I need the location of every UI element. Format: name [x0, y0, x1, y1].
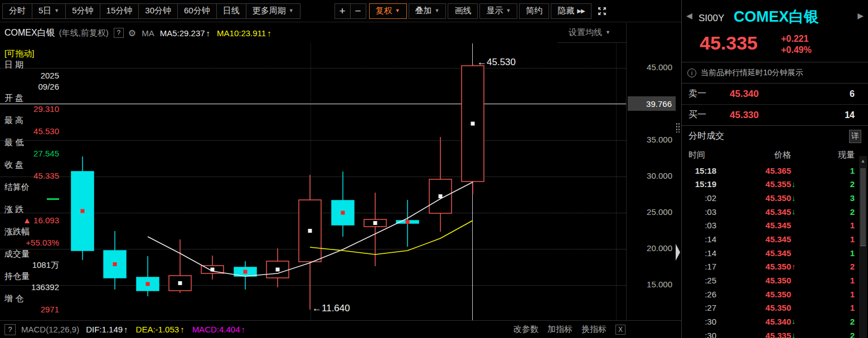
prev-instrument-icon[interactable]: ◀ [686, 11, 692, 20]
candle-body[interactable] [299, 200, 321, 262]
candle-body[interactable] [71, 172, 94, 251]
field-value: 136392 [0, 282, 62, 293]
zoom-buttons: + − [335, 3, 366, 19]
bid-quantity: 14 [845, 110, 855, 120]
axis-tick-label: 45.000 [629, 62, 672, 72]
field-label: 最 低 [0, 137, 62, 148]
fullscreen-expand-icon[interactable] [594, 3, 610, 19]
candle-anchor-dot[interactable] [374, 221, 377, 225]
deal-row[interactable]: :2745.3501 [682, 301, 868, 315]
deal-row[interactable]: :1445.3451 [682, 232, 868, 246]
deal-price: 45.345 [716, 248, 791, 258]
candle-body[interactable] [396, 221, 419, 223]
gridline [0, 213, 626, 213]
deal-row[interactable]: :1445.3451 [682, 246, 868, 260]
candle-anchor-dot[interactable] [211, 268, 215, 272]
zoom-out-button[interactable]: − [350, 3, 366, 19]
add-indicator-link[interactable]: 加指标 [547, 324, 573, 335]
bid-row[interactable]: 买一 45.330 14 [682, 105, 868, 126]
period-tab-more[interactable]: 更多周期▼ [246, 3, 300, 19]
candle-body[interactable] [364, 219, 386, 227]
period-tab-5min[interactable]: 5分钟 [65, 3, 100, 19]
ma10-value: MA10:23.911 [217, 28, 266, 38]
toolbar: 分时 5日▼ 5分钟 15分钟 30分钟 60分钟 日线 更多周期▼ + − 复… [0, 0, 681, 22]
deal-row[interactable]: :0245.350↓3 [682, 191, 868, 205]
ohlc-info-panel[interactable]: [可拖动]日 期202509/26开 盘29.310最 高45.530最 低27… [0, 48, 62, 315]
candle-anchor-dot[interactable] [113, 262, 117, 266]
deal-row[interactable]: 15:1845.3651 [682, 164, 868, 178]
deal-time: :27 [682, 303, 716, 312]
help-icon[interactable]: ? [4, 324, 16, 335]
period-tab-60min[interactable]: 60分钟 [177, 3, 217, 19]
field-value: 1081万 [0, 259, 62, 271]
ask-quantity: 6 [850, 89, 855, 99]
chevron-down-icon: ▼ [395, 8, 400, 13]
overlay-button[interactable]: 叠加▼ [409, 3, 447, 19]
axis-tick-label: 25.000 [629, 207, 672, 217]
dif-value: DIF:1.149 [86, 325, 123, 334]
ask-row[interactable]: 卖一 45.340 6 [682, 84, 868, 105]
gear-icon[interactable]: ⚙ [128, 28, 136, 38]
panel-collapse-arrow-icon[interactable] [676, 244, 680, 261]
info-icon: i [687, 68, 696, 77]
candle-body[interactable] [169, 276, 191, 291]
quote-header: ◀ SI00Y COMEX白银 ▶ 45.335 +0.221 +0.49% [682, 0, 868, 62]
candle-anchor-dot[interactable] [406, 220, 410, 224]
deal-price: 45.345 [716, 221, 791, 230]
period-tab-15min[interactable]: 15分钟 [100, 3, 139, 19]
deal-row[interactable]: :2645.3501 [682, 287, 868, 301]
candle-body[interactable] [104, 251, 126, 278]
candle-body[interactable] [137, 277, 159, 291]
simple-mode-button[interactable]: 简约 [519, 3, 549, 19]
deals-table[interactable]: 15:1845.365115:1945.355↓2:0245.350↓3:034… [682, 164, 868, 338]
scroll-up-icon[interactable]: ▲ [859, 156, 867, 166]
switch-indicator-link[interactable]: 换指标 [581, 324, 607, 335]
deal-row[interactable]: 15:1945.355↓2 [682, 178, 868, 192]
deal-row[interactable]: :1745.350↑2 [682, 259, 868, 273]
chevron-down-icon: ▼ [289, 8, 294, 13]
deals-detail-button[interactable]: 详 [849, 130, 861, 143]
deal-row[interactable]: :2545.3501 [682, 273, 868, 287]
close-indicator-icon[interactable]: X [615, 325, 625, 335]
crosshair-horizontal-line [0, 104, 626, 104]
macd-formula[interactable]: MACD(12,26,9) [21, 325, 79, 334]
zoom-in-button[interactable]: + [334, 3, 351, 19]
candlestick-chart[interactable] [0, 0, 633, 338]
display-button[interactable]: 显示▼ [479, 3, 517, 19]
deal-row[interactable]: :3045.335↓2 [682, 329, 868, 338]
hide-panel-button[interactable]: 隐藏▶▶ [551, 3, 591, 19]
period-tab-5day[interactable]: 5日▼ [32, 3, 66, 19]
candle-body[interactable] [429, 179, 452, 213]
period-tab-daily[interactable]: 日线 [216, 3, 246, 19]
candle-body[interactable] [201, 266, 224, 273]
draw-line-button[interactable]: 画线 [448, 3, 478, 19]
change-params-link[interactable]: 改参数 [513, 324, 539, 335]
deal-row[interactable]: :3045.340↓2 [682, 315, 868, 329]
candle-body[interactable] [234, 267, 256, 276]
candle-anchor-dot[interactable] [276, 268, 280, 272]
panel-drag-grip-icon[interactable] [676, 123, 681, 133]
period-tab-30min[interactable]: 30分钟 [138, 3, 178, 19]
deal-row[interactable]: :0345.345↓2 [682, 205, 868, 219]
adjust-price-button[interactable]: 复权▼ [369, 3, 407, 19]
deals-scrollbar[interactable]: ▲ [859, 156, 867, 338]
ma-settings-dropdown[interactable]: 设置均线▼ [569, 27, 610, 38]
help-icon[interactable]: ? [114, 28, 124, 38]
candle-body[interactable] [462, 66, 484, 182]
candle-anchor-dot[interactable] [439, 194, 443, 198]
candle-anchor-dot[interactable] [308, 229, 312, 233]
candle-anchor-dot[interactable] [178, 281, 182, 285]
candle-body[interactable] [266, 261, 289, 278]
period-tab-intraday[interactable]: 分时 [2, 3, 32, 19]
deal-row[interactable]: :0345.3451 [682, 219, 868, 233]
deal-down-arrow-icon: ↓ [791, 207, 801, 216]
deal-time: :03 [682, 207, 716, 217]
candle-anchor-dot[interactable] [471, 122, 475, 126]
gridline [0, 285, 626, 286]
candle-anchor-dot[interactable] [244, 270, 248, 274]
scrollbar-thumb[interactable] [860, 168, 866, 246]
field-value [0, 193, 62, 204]
next-instrument-icon[interactable]: ▶ [857, 11, 864, 20]
chevron-down-icon: ▼ [435, 8, 440, 13]
deal-volume: 2 [850, 179, 855, 189]
